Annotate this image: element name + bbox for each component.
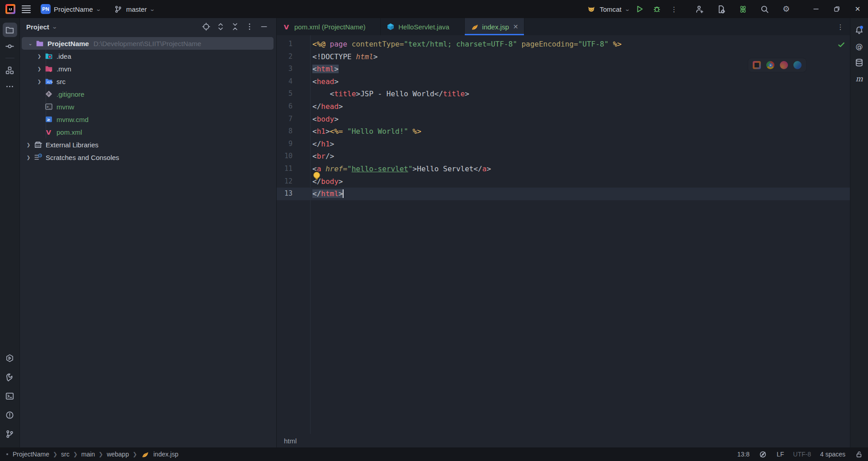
tool-stripe-project-folder-button[interactable] (3, 23, 17, 37)
more-run-options-button[interactable]: ⋮ (667, 2, 681, 16)
idea-browser-icon[interactable] (753, 61, 761, 69)
highlighting-level-icon[interactable] (759, 450, 768, 459)
run-config-name[interactable]: Tomcat (599, 5, 621, 13)
line-number[interactable]: 12 (277, 175, 310, 188)
maximize-button[interactable] (826, 0, 847, 18)
settings-gear-icon[interactable]: ⚙ (779, 2, 793, 16)
editor-tab-pom-xml[interactable]: Vpom.xml (ProjectName)✕ (277, 18, 381, 35)
code-line[interactable]: </body> (311, 175, 850, 188)
chevron-right-icon[interactable]: ❯ (34, 79, 44, 84)
chevron-down-icon[interactable]: ⌄ (25, 41, 35, 47)
tool-stripe-maven-button[interactable]: m (852, 71, 867, 86)
code-line[interactable]: <title>JSP - Hello World</title> (311, 88, 850, 100)
tree-item-external-libraries[interactable]: ❯External Libraries (20, 138, 276, 151)
line-number[interactable]: 5 (277, 88, 310, 100)
chevron-down-icon[interactable]: ⌄ (52, 24, 57, 30)
line-number[interactable]: 6 (277, 100, 310, 113)
line-number[interactable]: 13 (277, 188, 310, 200)
project-widget[interactable]: PN ProjectName ⌄ (37, 2, 104, 16)
close-button[interactable]: ✕ (847, 0, 868, 18)
indent-setting[interactable]: 4 spaces (820, 451, 845, 458)
tree-item-mvnw-cmd[interactable]: ≥mvnw.cmd (20, 113, 276, 126)
statusbar-breadcrumb-main[interactable]: main (81, 451, 95, 458)
profiler-icon[interactable] (714, 2, 728, 16)
tool-stripe-database-button[interactable] (852, 55, 867, 70)
line-number[interactable]: 9 (277, 138, 310, 151)
tree-item-pom-xml[interactable]: Vpom.xml (20, 126, 276, 138)
code-line[interactable]: </h1> (311, 138, 850, 151)
lock-open-icon[interactable] (854, 450, 863, 459)
file-encoding[interactable]: UTF-8 (793, 451, 811, 458)
tool-stripe-commit-button[interactable] (3, 39, 17, 53)
tree-item--mvn[interactable]: ❯v.mvn (20, 62, 276, 75)
code-with-me-icon[interactable] (693, 2, 706, 16)
ai-plugin-icon[interactable] (736, 2, 750, 16)
code-line[interactable]: <body> (311, 113, 850, 126)
line-number[interactable]: 3 (277, 63, 310, 75)
tree-item-src[interactable]: ❯</>src (20, 75, 276, 88)
line-number[interactable]: 11 (277, 163, 310, 175)
code-line[interactable]: <head> (311, 75, 850, 88)
chevron-right-icon[interactable]: ❯ (24, 155, 33, 160)
code-line[interactable]: <h1><%= "Hello World!" %> (311, 125, 850, 138)
line-number[interactable]: 4 (277, 75, 310, 88)
line-separator[interactable]: LF (777, 451, 784, 458)
tree-item--gitignore[interactable]: .gitignore (20, 88, 276, 100)
caret-position[interactable]: 13:8 (737, 451, 750, 458)
chevron-down-icon[interactable]: ⌄ (624, 6, 630, 12)
code-line[interactable]: <%@ page contentType="text/html; charset… (311, 38, 850, 51)
tree-item-projectname[interactable]: ⌄ProjectNameD:\Development\SLIIT\Project… (22, 37, 274, 50)
editor-tab-index-jsp[interactable]: index.jsp✕ (465, 18, 524, 35)
locate-file-button[interactable] (200, 21, 212, 33)
tree-item-scratches-and-consoles[interactable]: ❯Scratches and Consoles (20, 151, 276, 164)
statusbar-breadcrumb-webapp[interactable]: webapp (107, 451, 129, 458)
tool-stripe-notifications-button[interactable] (852, 23, 867, 37)
line-number[interactable]: 8 (277, 125, 310, 138)
chevron-right-icon[interactable]: ❯ (24, 142, 33, 147)
tool-stripe-terminal-button[interactable] (3, 389, 17, 403)
search-icon[interactable] (758, 2, 771, 16)
run-button[interactable] (633, 2, 646, 16)
vcs-branch-widget[interactable]: master ⌄ (110, 3, 158, 15)
tool-stripe-more-horizontal-button[interactable] (3, 79, 17, 94)
code-line[interactable]: <a href="hello-servlet">Hello Servlet</a… (311, 163, 850, 175)
tool-stripe-ai-assistant-button[interactable]: @ (852, 39, 867, 53)
edge-icon[interactable] (793, 61, 802, 69)
minimize-button[interactable] (806, 0, 826, 18)
editor-gutter[interactable]: 12345678910111213 (277, 35, 311, 434)
chevron-right-icon[interactable]: ❯ (34, 54, 44, 59)
expand-all-button[interactable] (215, 21, 226, 33)
collapse-all-button[interactable] (229, 21, 241, 33)
statusbar-breadcrumb-index-jsp[interactable]: index.jsp (141, 450, 178, 459)
editor-tab-helloservlet-java[interactable]: HelloServlet.java✕ (381, 18, 464, 35)
chevron-right-icon[interactable]: ❯ (34, 66, 44, 71)
tree-item-mvnw[interactable]: >_mvnw (20, 100, 276, 113)
line-number[interactable]: 2 (277, 51, 310, 63)
editor[interactable]: 12345678910111213 <%@ page contentType="… (277, 35, 850, 434)
tree-item--idea[interactable]: ❯.idea (20, 50, 276, 62)
statusbar-breadcrumb-projectname[interactable]: ProjectName (13, 451, 49, 458)
tool-stripe-services-button[interactable] (3, 351, 17, 365)
breadcrumb-tag[interactable]: html (284, 437, 297, 445)
code-line[interactable]: </html> (311, 188, 850, 200)
project-panel-title[interactable]: Project (26, 23, 49, 31)
editor-options-button[interactable]: ⋮ (835, 21, 846, 33)
tool-stripe-problems-button[interactable] (3, 408, 17, 422)
statusbar-breadcrumb-src[interactable]: src (61, 451, 70, 458)
line-number[interactable]: 1 (277, 38, 310, 51)
debug-button[interactable] (650, 2, 664, 16)
code-line[interactable]: <br/> (311, 150, 850, 163)
tool-stripe-structure-button[interactable] (3, 63, 17, 77)
more-vertical-button[interactable] (244, 21, 255, 33)
code-area[interactable]: <%@ page contentType="text/html; charset… (311, 35, 850, 434)
firefox-icon[interactable] (780, 61, 788, 69)
code-line[interactable]: </head> (311, 100, 850, 113)
intention-bulb-icon[interactable] (313, 172, 320, 179)
line-number[interactable]: 10 (277, 150, 310, 163)
chrome-icon[interactable] (766, 61, 774, 69)
line-number[interactable]: 7 (277, 113, 310, 126)
tab-close-icon[interactable]: ✕ (513, 23, 519, 30)
inspection-ok-icon[interactable] (837, 41, 845, 51)
hide-panel-button[interactable] (258, 21, 270, 33)
main-menu-button[interactable] (22, 4, 31, 15)
